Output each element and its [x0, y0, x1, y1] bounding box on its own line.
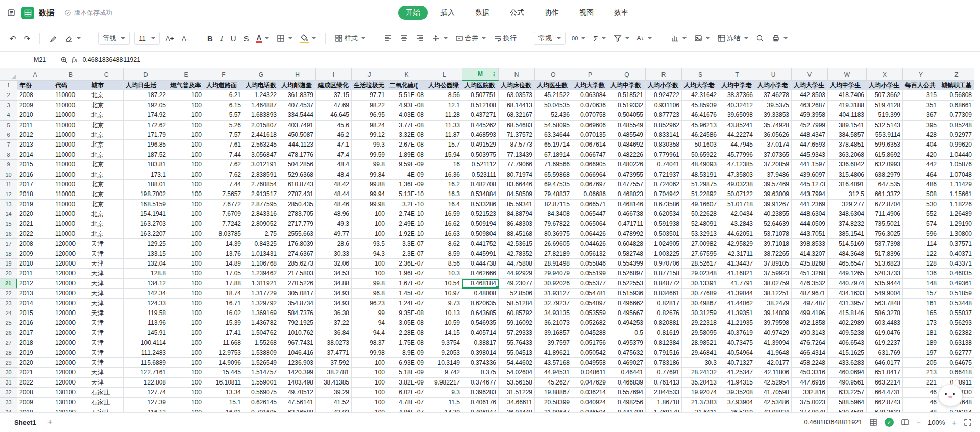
strikethrough-button[interactable]: S	[242, 33, 251, 44]
cell-J4[interactable]: 96.95	[352, 110, 387, 120]
fill-handle[interactable]	[496, 285, 499, 289]
cell-R6[interactable]: 0.833141	[646, 130, 682, 140]
cell-L31[interactable]: 9.982217	[426, 378, 462, 388]
cell-N29[interactable]: 54.44602	[499, 358, 535, 368]
cell-Q24[interactable]: 0.495667	[608, 308, 646, 318]
cell-U18[interactable]: 38.72265	[755, 249, 792, 259]
cell-B23[interactable]: 120000	[53, 299, 89, 308]
cell-S26[interactable]: 29.58095	[682, 328, 719, 338]
cell-N8[interactable]: 77.13439	[499, 150, 535, 160]
cell-F30[interactable]: 15.445	[204, 368, 243, 377]
cell-E24[interactable]: 100	[168, 308, 204, 318]
cell-Z27[interactable]: 0.63138	[939, 338, 974, 348]
cell-H9[interactable]: 504.2856	[279, 160, 316, 170]
cell-L1[interactable]: 人均公园绿	[426, 81, 462, 90]
cell-D24[interactable]: 119.58	[124, 308, 168, 318]
cell-M25[interactable]: 0.546935	[462, 318, 499, 328]
cell-Z5[interactable]: 0.85248	[939, 121, 974, 130]
cell-X28[interactable]: 631.769	[867, 348, 903, 358]
cell-M1[interactable]: 人均医院数	[462, 81, 499, 90]
cell-K17[interactable]: 3.3E-07	[387, 239, 426, 249]
cell-X29[interactable]: 646.0177	[867, 358, 903, 368]
cell-H23[interactable]: 354.8734	[279, 299, 316, 308]
cell-J12[interactable]: 99.94	[352, 189, 387, 199]
cell-C3[interactable]: 北京	[89, 101, 124, 110]
cell-X7[interactable]: 599.6353	[867, 140, 903, 150]
cell-U24[interactable]: 39.14889	[755, 308, 792, 318]
cell-L33[interactable]: 11.5	[426, 398, 462, 407]
cell-H26[interactable]: 1010.762	[279, 328, 316, 338]
cell-H8[interactable]: 478.1776	[279, 150, 316, 160]
cell-F32[interactable]: 13.34	[204, 388, 243, 397]
cell-M5[interactable]: 0.445262	[462, 121, 499, 130]
row-header-24[interactable]: 24	[0, 308, 17, 318]
cell-E30[interactable]: 100	[168, 368, 204, 377]
cell-L27[interactable]: 9.3754	[426, 338, 462, 348]
cell-A21[interactable]: 2012	[17, 279, 53, 289]
cell-O21[interactable]: 30.92026	[535, 279, 572, 289]
cell-M6[interactable]: 0.468593	[462, 130, 499, 140]
cell-Q15[interactable]: 0.471711	[608, 219, 646, 229]
cell-P13[interactable]: 0.066571	[572, 200, 608, 209]
cell-X22[interactable]: 549.9004	[867, 289, 903, 298]
cell-K29[interactable]: 6.93E-09	[387, 358, 426, 368]
cell-R9[interactable]: 0.74041	[646, 160, 682, 170]
cell-O27[interactable]: 39.7597	[535, 338, 572, 348]
row-header-27[interactable]: 27	[0, 338, 17, 348]
cell-I15[interactable]: 49.3	[316, 219, 352, 229]
cell-H10[interactable]: 529.6368	[279, 170, 316, 180]
fullscreen-icon[interactable]	[964, 418, 972, 426]
cell-V33[interactable]: 375.0023	[792, 398, 828, 407]
cell-E1[interactable]: 燃气普及率	[168, 81, 204, 90]
cell-V10[interactable]: 439.6097	[792, 170, 828, 180]
cell-K25[interactable]: 3.05E-08	[387, 318, 426, 328]
cell-Q23[interactable]: 0.496662	[608, 299, 646, 308]
cell-O5[interactable]: 54.58095	[535, 121, 572, 130]
cell-S33[interactable]: 21.37383	[682, 398, 719, 407]
column-header-O[interactable]: O	[535, 68, 572, 81]
row-header-33[interactable]: 33	[0, 398, 17, 407]
cell-B13[interactable]: 110000	[53, 200, 89, 209]
cell-P6[interactable]: 0.070135	[572, 130, 608, 140]
row-header-5[interactable]: 5	[0, 121, 17, 130]
cell-U2[interactable]: 37.46278	[755, 90, 792, 100]
cell-G21[interactable]: 1.311921	[243, 279, 279, 289]
cell-F5[interactable]: 5.26	[204, 121, 243, 130]
cell-N26[interactable]: 57.29333	[499, 328, 535, 338]
cell-T5[interactable]: 43.85241	[719, 121, 755, 130]
cell-M9[interactable]: 0.521112	[462, 160, 499, 170]
cell-V32[interactable]: 332.816	[792, 388, 828, 397]
cell-X33[interactable]: 662.8743	[867, 398, 903, 407]
cell-F12[interactable]: 7.5657	[204, 189, 243, 199]
cell-U6[interactable]: 36.05626	[755, 130, 792, 140]
cell-T4[interactable]: 39.65098	[719, 110, 755, 120]
cell-O31[interactable]: 45.2627	[535, 378, 572, 388]
cell-O18[interactable]: 27.82189	[535, 249, 572, 259]
row-header-4[interactable]: 4	[0, 110, 17, 120]
cell-N16[interactable]: 88.45168	[499, 229, 535, 239]
cell-Z17[interactable]: 0.37571	[939, 239, 974, 249]
cell-G10[interactable]: 2.838591	[243, 170, 279, 180]
cell-P4[interactable]: 0.070758	[572, 110, 608, 120]
cell-T29[interactable]: 40.71327	[719, 358, 755, 368]
cell-Z18[interactable]: 0.40371	[939, 249, 974, 259]
row-header-28[interactable]: 28	[0, 348, 17, 358]
cell-E14[interactable]: 100	[168, 209, 204, 219]
cell-T12[interactable]: 50.07122	[719, 189, 755, 199]
zoom-level[interactable]: 100%	[928, 419, 945, 426]
cell-M32[interactable]: 0.396283	[462, 388, 499, 397]
cell-L15[interactable]: 16.62	[426, 219, 462, 229]
cell-S32[interactable]: 19.92074	[682, 388, 719, 397]
cell-V16[interactable]: 443.7051	[792, 229, 828, 239]
cell-B17[interactable]: 120000	[53, 239, 89, 249]
cell-X15[interactable]: 735.5021	[867, 219, 903, 229]
column-header-R[interactable]: R	[646, 68, 682, 81]
cell-Y25[interactable]: 173	[903, 318, 939, 328]
sheet-tab-sheet1[interactable]: Sheet1	[8, 417, 42, 428]
column-header-E[interactable]: E	[168, 68, 204, 81]
cell-S28[interactable]: 29.46841	[682, 348, 719, 358]
cell-H33[interactable]: 47.56141	[279, 398, 316, 407]
image-button[interactable]	[693, 33, 712, 44]
column-header-A[interactable]: A	[17, 68, 53, 81]
cell-K1[interactable]: 二氧化硫/(	[387, 81, 426, 90]
